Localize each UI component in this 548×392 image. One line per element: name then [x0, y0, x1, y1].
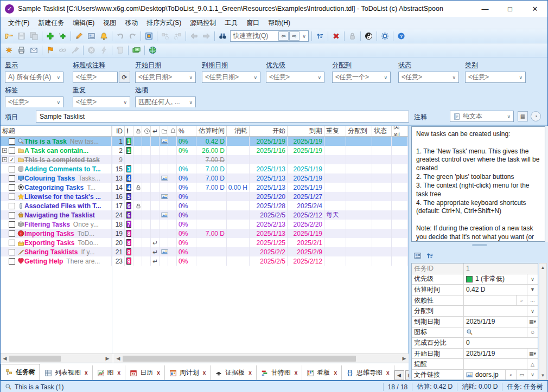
lightning-button[interactable] — [98, 44, 110, 56]
reminder-bell-button[interactable] — [98, 30, 110, 42]
tab-close-icon[interactable]: x — [118, 370, 121, 376]
task-row[interactable]: Filtering TasksOnce y...1870%2025/2/1320… — [1, 220, 408, 229]
cell-title[interactable]: Likewise for the task's ... — [1, 192, 112, 201]
attribute-value[interactable]: 0 — [464, 338, 538, 348]
attributes-scrollbar[interactable]: ▲▼ — [539, 263, 547, 380]
column-header-est[interactable]: 估算时间 — [196, 126, 227, 136]
spur-button[interactable] — [3, 44, 15, 56]
task-checkbox[interactable] — [9, 249, 15, 255]
tab-思维导图[interactable]: 思维导图x — [342, 365, 394, 380]
comments-format-combo[interactable]: 纯文本∨ — [450, 111, 514, 122]
delete-red-x-button[interactable] — [330, 30, 342, 42]
open-folder-button[interactable] — [3, 30, 15, 42]
tab-图[interactable]: 图x — [93, 365, 126, 380]
task-checkbox[interactable] — [9, 258, 15, 265]
attribute-value[interactable]: 2025/1/19 — [464, 349, 527, 359]
comments-calendar-button[interactable]: ▦ — [518, 111, 528, 121]
tab-周计划[interactable]: 周计划x — [165, 365, 211, 380]
filter-refresh-button[interactable]: ⟳ — [119, 72, 130, 83]
menu-item-新建任务[interactable]: 新建任务 — [34, 17, 68, 29]
task-row[interactable]: +A Task can contain...210%26.00 D2025/1/… — [1, 146, 408, 155]
task-comments-text[interactable]: New tasks can be created using: 1. The '… — [411, 126, 545, 242]
attribute-value[interactable] — [464, 327, 527, 338]
find-next-button[interactable]: ⇨ — [289, 31, 300, 41]
attribute-value[interactable]: 0.42 D — [464, 285, 527, 295]
cell-title[interactable]: Navigating the Tasklist — [1, 210, 112, 220]
redo-button[interactable] — [126, 30, 139, 42]
circle-x-button[interactable] — [85, 44, 98, 56]
yin-yang-button[interactable] — [362, 30, 375, 42]
lock-button[interactable] — [346, 30, 359, 42]
tab-日历[interactable]: 31日历x — [125, 365, 165, 380]
filter-combo-标题或注释[interactable]: <任意> — [73, 72, 118, 83]
tab-close-icon[interactable]: x — [85, 370, 88, 376]
menu-item-编辑E[interactable]: 编辑(E) — [68, 17, 99, 29]
filter-combo-分配到[interactable]: <任意一个>∨ — [332, 72, 391, 83]
quick-find-input[interactable] — [231, 31, 278, 41]
project-title-input[interactable] — [36, 111, 409, 123]
column-header-title[interactable]: 标题 — [1, 126, 112, 136]
tab-close-icon[interactable]: x — [295, 370, 298, 376]
task-checkbox[interactable]: ✓ — [9, 157, 15, 163]
task-checkbox[interactable] — [9, 194, 15, 200]
task-row[interactable]: !Importing TasksToD...1980%7.00 D2025/1/… — [1, 229, 408, 238]
task-row[interactable]: Exporting TasksToDo...208↵0%2025/1/25202… — [1, 238, 408, 247]
column-header-pr[interactable]: ! — [125, 126, 133, 136]
tab-scroll-left-button[interactable]: ◀ — [394, 370, 404, 380]
column-header-status[interactable]: 状态 — [372, 126, 392, 136]
money-button[interactable] — [130, 44, 143, 56]
find-binoculars-button[interactable] — [216, 30, 229, 42]
column-header-clock[interactable] — [142, 126, 151, 136]
cell-title[interactable]: Exporting TasksToDo... — [1, 238, 112, 247]
attributes-group-button[interactable] — [411, 249, 424, 261]
menu-item-窗口[interactable]: 窗口 — [242, 17, 264, 29]
task-row[interactable]: Categorizing TasksT...1440%7.00 D0.00 H2… — [1, 183, 408, 192]
attribute-control-button[interactable]: ⌕ — [516, 295, 527, 306]
task-checkbox[interactable] — [9, 212, 15, 219]
tab-任务树[interactable]: 任务树 — [1, 364, 40, 380]
attribute-value[interactable]: 1 (非常低) — [464, 274, 527, 285]
find-previous-button[interactable]: ⇦ — [278, 31, 289, 41]
cell-title[interactable]: +A Task can contain... — [1, 146, 112, 155]
tab-close-icon[interactable]: x — [157, 370, 160, 376]
task-checkbox[interactable] — [9, 240, 15, 246]
filter-combo-到期日期[interactable]: <任意日期>∨ — [202, 72, 260, 83]
tab-证据板[interactable]: 证据板x — [211, 365, 257, 380]
nav-back-button[interactable] — [188, 30, 200, 42]
filter-combo-显示[interactable]: A) 所有任务(A)∨ — [5, 72, 63, 83]
filter-combo-标签[interactable]: <任意>∨ — [5, 97, 63, 108]
cell-title[interactable]: Categorizing TasksT... — [1, 183, 112, 192]
new-subtask-button[interactable] — [56, 30, 69, 42]
edit-pencil-button[interactable] — [73, 30, 85, 42]
menu-item-视图[interactable]: 视图 — [99, 17, 120, 29]
cell-title[interactable]: +✓This is a completed task — [1, 155, 112, 164]
columns-horizontal-scrollbar[interactable]: ◀ ▶ — [114, 354, 409, 363]
attribute-control-button[interactable]: ▦▾ — [527, 317, 538, 327]
task-attributes-button[interactable] — [85, 30, 98, 42]
attribute-control-button[interactable]: ▼ — [527, 285, 538, 295]
column-header-spent[interactable]: 消耗 — [227, 126, 250, 136]
tree-column-splitter[interactable] — [112, 126, 112, 354]
column-header-file[interactable] — [160, 126, 168, 136]
attribute-control-button[interactable]: … — [527, 295, 538, 306]
cell-title[interactable]: Filtering TasksOnce y... — [1, 220, 112, 229]
tab-close-icon[interactable]: x — [248, 370, 252, 376]
attribute-control-button[interactable]: ☺ — [527, 327, 538, 338]
cell-title[interactable]: Colouring TasksTasks... — [1, 173, 112, 183]
comments-clock-button[interactable]: ◔ — [531, 111, 541, 121]
tab-close-icon[interactable]: x — [203, 370, 206, 376]
cell-title[interactable]: !Importing TasksToD... — [1, 229, 112, 238]
task-row[interactable]: Navigating the Tasklist2460%2025/2/52025… — [1, 210, 408, 220]
move-right-button[interactable] — [159, 30, 171, 42]
save-all-button[interactable] — [28, 30, 40, 42]
attribute-value[interactable]: 1 — [464, 264, 538, 274]
menu-item-源码控制[interactable]: 源码控制 — [186, 17, 220, 29]
attribute-control-button[interactable]: ⌕ — [505, 370, 516, 380]
cell-title[interactable]: Adding Comments to T... — [1, 164, 112, 173]
menu-item-移动[interactable]: 移动 — [120, 17, 142, 29]
tree-expander[interactable]: + — [2, 148, 7, 153]
cell-title[interactable]: This is a TaskNew tas... — [1, 137, 112, 146]
globe-button[interactable] — [146, 44, 159, 56]
tab-scroll-right-button[interactable]: ▶ — [405, 370, 409, 380]
cell-title[interactable]: Sharing TasklistsIf y... — [1, 247, 112, 256]
